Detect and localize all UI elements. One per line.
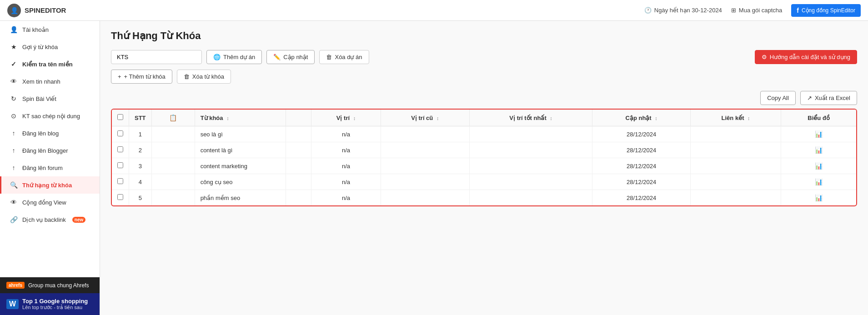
ahrefs-label: Group mua chung Ahrefs <box>28 282 89 289</box>
clock-icon: 🕐 <box>644 7 652 14</box>
row-empty <box>286 158 311 174</box>
them-tu-khoa-button[interactable]: + + Thêm từ khóa <box>111 70 172 84</box>
sidebar-item-dich-vu-backlink[interactable]: 🔗 Dịch vụ backlink new <box>0 211 100 228</box>
row-select-checkbox[interactable] <box>117 162 123 168</box>
table-row: 5 phần mềm seo n/a 28/12/2024 📊 <box>112 190 856 206</box>
sidebar-item-thu-hang-tu-khoa[interactable]: 🔍 Thứ hạng từ khóa <box>0 176 100 194</box>
main-content: Thứ Hạng Từ Khóa 🌐 Thêm dự án ✏️ Cập nhậ… <box>100 21 868 315</box>
row-bieu-do[interactable]: 📊 <box>781 174 856 190</box>
sidebar-item-label: Đăng lên Blogger <box>22 147 68 154</box>
header-checkbox[interactable] <box>112 110 129 126</box>
sidebar-item-kiem-tra-ten-mien[interactable]: ✓ Kiểm tra tên miền <box>0 55 100 73</box>
huong-dan-button[interactable]: ⚙ Hướng dẫn cài đặt và sử dụng <box>755 50 857 64</box>
keyword-table-wrapper: STT 📋 Từ khóa ↕ Vị trí ↕ Vị trí cũ ↕ <box>111 109 857 206</box>
trash2-icon: 🗑 <box>184 73 190 80</box>
row-stt: 2 <box>129 142 152 158</box>
header-vi-tri-tot-nhat[interactable]: Vị trí tốt nhất ↕ <box>469 110 592 126</box>
row-bieu-do[interactable]: 📊 <box>781 190 856 206</box>
globe-icon: 🌐 <box>213 54 221 60</box>
row-select-checkbox[interactable] <box>117 146 123 152</box>
gear-icon: ⚙ <box>762 54 767 60</box>
row-checkbox[interactable] <box>112 158 129 174</box>
toolbar-row-2: + + Thêm từ khóa 🗑 Xóa từ khóa <box>111 70 857 84</box>
sidebar-item-dang-len-blog[interactable]: ↑ Đăng lên blog <box>0 125 100 142</box>
plus-icon: + <box>118 73 121 80</box>
row-lien-ket <box>690 126 781 142</box>
shopping-ad-title: Top 1 Google shopping <box>22 298 88 305</box>
refresh-icon: ↻ <box>10 95 18 102</box>
toolbar-row-1: 🌐 Thêm dự án ✏️ Cập nhật 🗑 Xóa dự án ⚙ H… <box>111 50 857 64</box>
them-tu-khoa-label: + Thêm từ khóa <box>124 73 166 80</box>
xuat-excel-button[interactable]: ↗ Xuất ra Excel <box>800 91 857 105</box>
sidebar-item-goi-y-tu-khoa[interactable]: ★ Gợi ý từ khóa <box>0 38 100 55</box>
sidebar-item-tai-khoan[interactable]: 👤 Tài khoản <box>0 21 100 38</box>
header-empty <box>286 110 311 126</box>
row-vi-tri-cu <box>381 174 469 190</box>
header-vi-tri-cu[interactable]: Vị trí cũ ↕ <box>381 110 469 126</box>
row-checkbox[interactable] <box>112 142 129 158</box>
row-bieu-do[interactable]: 📊 <box>781 126 856 142</box>
header-tu-khoa[interactable]: Từ khóa ↕ <box>195 110 286 126</box>
header-cap-nhat[interactable]: Cập nhật ↕ <box>592 110 691 126</box>
layout: 👤 Tài khoản ★ Gợi ý từ khóa ✓ Kiểm tra t… <box>0 21 868 315</box>
community-button[interactable]: f Cộng đồng SpinEditor <box>791 4 861 17</box>
chart-icon: 📊 <box>815 194 823 201</box>
row-select-checkbox[interactable] <box>117 130 123 136</box>
shopping-ad[interactable]: W Top 1 Google shopping Lên top trước - … <box>0 293 100 315</box>
row-vi-tri: n/a <box>311 174 381 190</box>
sidebar-item-kt-sao-chep[interactable]: ⊙ KT sao chép nội dung <box>0 107 100 125</box>
copy-all-button[interactable]: Copy All <box>760 91 796 105</box>
sort-icon: ↕ <box>226 115 229 121</box>
header-lien-ket[interactable]: Liên kết ↕ <box>690 110 781 126</box>
cap-nhat-button[interactable]: ✏️ Cập nhật <box>266 50 315 64</box>
row-select-checkbox[interactable] <box>117 194 123 200</box>
row-select-checkbox[interactable] <box>117 178 123 184</box>
xoa-du-an-label: Xóa dự án <box>335 54 362 60</box>
row-stt: 3 <box>129 158 152 174</box>
chart-icon: 📊 <box>815 162 823 170</box>
row-lien-ket <box>690 142 781 158</box>
row-keyword: content là gì <box>195 142 286 158</box>
row-vi-tri-tot-nhat <box>469 174 592 190</box>
table-actions: Copy All ↗ Xuất ra Excel <box>111 91 857 105</box>
sidebar-item-label: Xem tin nhanh <box>22 78 60 85</box>
sort-icon-vi-tri-cu: ↕ <box>437 115 439 121</box>
chart-icon: 📊 <box>815 178 823 185</box>
xoa-tu-khoa-button[interactable]: 🗑 Xóa từ khóa <box>177 70 231 84</box>
excel-icon: ↗ <box>807 95 812 101</box>
row-vi-tri-cu <box>381 142 469 158</box>
row-checkbox[interactable] <box>112 190 129 206</box>
xoa-tu-khoa-label: Xóa từ khóa <box>192 73 224 80</box>
deadline-info: 🕐 Ngày hết hạn 30-12-2024 <box>644 7 722 14</box>
xoa-du-an-button[interactable]: 🗑 Xóa dự án <box>319 50 369 64</box>
copy-check-icon: ⊙ <box>10 112 18 120</box>
row-copy <box>151 158 195 174</box>
row-copy <box>151 190 195 206</box>
topbar-right: 🕐 Ngày hết hạn 30-12-2024 ⊞ Mua gói capt… <box>644 4 861 17</box>
project-input[interactable] <box>111 50 202 64</box>
sidebar-item-label: Thứ hạng từ khóa <box>22 182 72 189</box>
table-body: 1 seo là gì n/a 28/12/2024 📊 2 content l… <box>112 126 856 206</box>
row-checkbox[interactable] <box>112 126 129 142</box>
captcha-info[interactable]: ⊞ Mua gói captcha <box>731 7 782 14</box>
topbar: 👤 SPINEDITOR 🕐 Ngày hết hạn 30-12-2024 ⊞… <box>0 0 868 21</box>
huong-dan-label: Hướng dẫn cài đặt và sử dụng <box>770 54 850 60</box>
row-empty <box>286 190 311 206</box>
sidebar-item-spin-bai-viet[interactable]: ↻ Spin Bài Viết <box>0 90 100 107</box>
row-vi-tri: n/a <box>311 142 381 158</box>
row-checkbox[interactable] <box>112 174 129 190</box>
header-vi-tri[interactable]: Vị trí ↕ <box>311 110 381 126</box>
sidebar-item-dang-len-forum[interactable]: ↑ Đăng lên forum <box>0 159 100 176</box>
sidebar-item-xem-tin-nhanh[interactable]: 👁 Xem tin nhanh <box>0 73 100 90</box>
row-bieu-do[interactable]: 📊 <box>781 142 856 158</box>
ahrefs-ad[interactable]: ahrefs Group mua chung Ahrefs <box>0 277 100 293</box>
table-row: 4 công cụ seo n/a 28/12/2024 📊 <box>112 174 856 190</box>
sidebar-item-dang-len-blogger[interactable]: ↑ Đăng lên Blogger <box>0 142 100 159</box>
sidebar-item-cong-dong-view[interactable]: 👁 Cộng đồng View <box>0 194 100 211</box>
upload-icon: ↑ <box>10 130 18 137</box>
row-bieu-do[interactable]: 📊 <box>781 158 856 174</box>
shopping-ad-sub: Lên top trước - trả tiền sau <box>22 305 88 310</box>
sidebar-item-label: Đăng lên forum <box>22 165 63 171</box>
them-du-an-button[interactable]: 🌐 Thêm dự án <box>206 50 262 64</box>
select-all-checkbox[interactable] <box>117 114 123 120</box>
